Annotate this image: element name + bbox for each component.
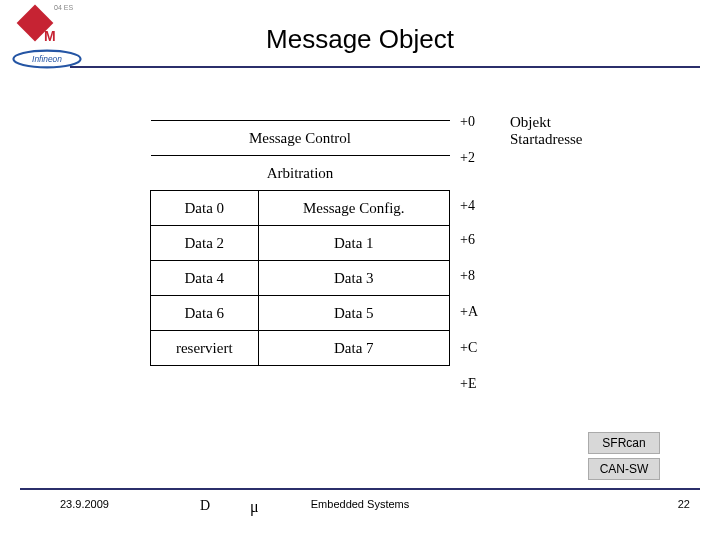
table-row: Data 2 Data 1 (151, 226, 450, 261)
footer-rule (20, 488, 700, 490)
memory-layout-table: Message Control Arbitration Data 0 Messa… (150, 120, 450, 366)
offset-4: +4 (460, 198, 475, 214)
cell-data5: Data 5 (258, 296, 449, 331)
offset-2: +2 (460, 150, 475, 166)
offset-6: +6 (460, 232, 475, 248)
header-rule (70, 66, 700, 68)
sfrcan-button[interactable]: SFRcan (588, 432, 660, 454)
footer-center: Embedded Systems (0, 498, 720, 510)
table-row: Arbitration (151, 156, 450, 191)
cell-data3: Data 3 (258, 261, 449, 296)
svg-text:Infineon: Infineon (32, 54, 62, 64)
cell-data6: Data 6 (151, 296, 259, 331)
page-number: 22 (678, 498, 690, 510)
cell-data4: Data 4 (151, 261, 259, 296)
message-object-diagram: Objekt Startadresse +0 +2 +4 +6 +8 +A +C… (150, 120, 450, 366)
cell-data7: Data 7 (258, 331, 449, 366)
cell-arbitration: Arbitration (151, 156, 450, 191)
cell-data0: Data 0 (151, 191, 259, 226)
table-row: Message Control (151, 121, 450, 156)
table-row: Data 6 Data 5 (151, 296, 450, 331)
offset-C: +C (460, 340, 477, 356)
cell-reserviert: reserviert (151, 331, 259, 366)
offset-E: +E (460, 376, 476, 392)
cell-data1: Data 1 (258, 226, 449, 261)
table-row: Data 0 Message Config. (151, 191, 450, 226)
table-row: Data 4 Data 3 (151, 261, 450, 296)
offset-A: +A (460, 304, 478, 320)
offset-8: +8 (460, 268, 475, 284)
table-row: reserviert Data 7 (151, 331, 450, 366)
cell-message-control: Message Control (151, 121, 450, 156)
offset-0: +0 (460, 114, 475, 130)
cell-msg-config: Message Config. (258, 191, 449, 226)
cansw-button[interactable]: CAN-SW (588, 458, 660, 480)
cell-data2: Data 2 (151, 226, 259, 261)
slide-title: Message Object (0, 24, 720, 55)
start-address-label: Objekt Startadresse (510, 114, 582, 148)
